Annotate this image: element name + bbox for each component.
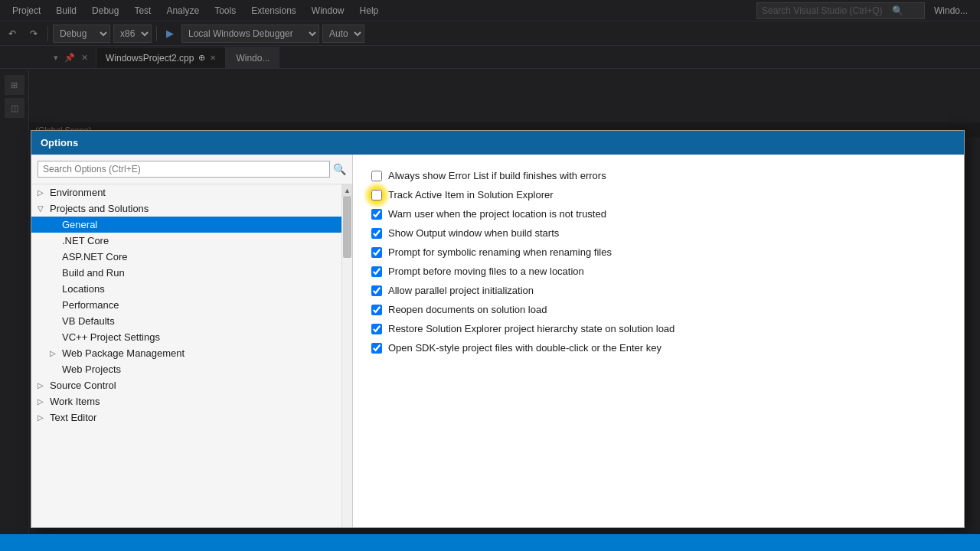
tree-item-web-projects[interactable]: Web Projects bbox=[31, 361, 341, 377]
tree-item-text-editor[interactable]: ▷ Text Editor bbox=[31, 409, 341, 425]
scroll-thumb[interactable] bbox=[343, 197, 351, 258]
dialog-body: 🔍 ▷ Environment ▽ Projects and Solutions bbox=[31, 155, 964, 527]
checkbox-row-1: Always show Error List if build finishes… bbox=[371, 170, 946, 181]
scroll-up-button[interactable]: ▲ bbox=[342, 184, 352, 197]
checkbox-label-restore-solution-explorer[interactable]: Restore Solution Explorer project hierar… bbox=[388, 323, 675, 334]
checkbox-prompt-before-moving[interactable] bbox=[371, 266, 382, 277]
tree-expand-icon: ▷ bbox=[38, 381, 50, 390]
tree-item-projects-and-solutions[interactable]: ▽ Projects and Solutions bbox=[31, 201, 341, 217]
tree-label: Build and Run bbox=[62, 267, 335, 279]
checkbox-row-8: Reopen documents on solution load bbox=[371, 304, 946, 315]
checkbox-warn-user[interactable] bbox=[371, 209, 382, 220]
dialog-title-bar: Options bbox=[31, 131, 964, 155]
tree-label: Locations bbox=[62, 283, 335, 295]
tree-panel[interactable]: ▷ Environment ▽ Projects and Solutions bbox=[31, 184, 341, 527]
tree-item-general[interactable]: General bbox=[31, 217, 341, 233]
checkbox-show-output-window[interactable] bbox=[371, 228, 382, 239]
checkbox-track-active-item[interactable] bbox=[371, 190, 382, 201]
search-options-input[interactable] bbox=[38, 161, 330, 178]
tree-expand-icon: ▷ bbox=[38, 413, 50, 422]
checkbox-label-allow-parallel[interactable]: Allow parallel project initialization bbox=[388, 285, 534, 296]
tree-expand-icon: ▷ bbox=[38, 397, 50, 406]
search-options-bar: 🔍 bbox=[31, 155, 352, 184]
left-panel: 🔍 ▷ Environment ▽ Projects and Solutions bbox=[31, 155, 353, 527]
tree-item-work-items[interactable]: ▷ Work Items bbox=[31, 393, 341, 409]
checkbox-prompt-symbolic-renaming[interactable] bbox=[371, 247, 382, 258]
tree-item-vb-defaults[interactable]: VB Defaults bbox=[31, 313, 341, 329]
checkbox-row-9: Restore Solution Explorer project hierar… bbox=[371, 323, 946, 334]
tree-label: Text Editor bbox=[50, 412, 335, 423]
checkbox-row-2: Track Active Item in Solution Explorer bbox=[371, 189, 946, 201]
tree-item-build-and-run[interactable]: Build and Run bbox=[31, 265, 341, 281]
tree-expand-icon: ▽ bbox=[38, 204, 50, 213]
tree-label: VC++ Project Settings bbox=[62, 331, 335, 343]
tree-item-environment[interactable]: ▷ Environment bbox=[31, 184, 341, 201]
tree-label: VB Defaults bbox=[62, 315, 335, 327]
tree-label: General bbox=[62, 219, 335, 230]
checkbox-always-show-error-list[interactable] bbox=[371, 171, 382, 181]
search-options-button[interactable]: 🔍 bbox=[333, 163, 346, 175]
checkbox-label-prompt-symbolic-renaming[interactable]: Prompt for symbolic renaming when renami… bbox=[388, 246, 612, 258]
checkbox-allow-parallel[interactable] bbox=[371, 285, 382, 296]
checkbox-row-10: Open SDK-style project files with double… bbox=[371, 342, 946, 354]
tree-expand-icon: ▷ bbox=[38, 188, 50, 197]
checkbox-row-5: Prompt for symbolic renaming when renami… bbox=[371, 246, 946, 258]
checkbox-restore-solution-explorer[interactable] bbox=[371, 324, 382, 334]
tree-scrollbar[interactable]: ▲ bbox=[341, 184, 352, 527]
tree-label: Work Items bbox=[50, 396, 335, 407]
tree-label: Projects and Solutions bbox=[50, 203, 335, 214]
tree-label: Source Control bbox=[50, 380, 335, 391]
tree-expand-icon: ▷ bbox=[50, 349, 62, 357]
dialog-title: Options bbox=[41, 137, 78, 148]
options-dialog: Options 🔍 ▷ Environment bbox=[31, 130, 965, 528]
checkbox-reopen-documents[interactable] bbox=[371, 305, 382, 315]
tree-label: ASP.NET Core bbox=[62, 251, 335, 262]
checkbox-label-warn-user[interactable]: Warn user when the project location is n… bbox=[388, 208, 606, 220]
right-panel: Always show Error List if build finishes… bbox=[353, 155, 964, 527]
checkbox-row-3: Warn user when the project location is n… bbox=[371, 208, 946, 220]
checkbox-label-track-active-item[interactable]: Track Active Item in Solution Explorer bbox=[388, 189, 554, 201]
tree-item-dotnet-core[interactable]: .NET Core bbox=[31, 233, 341, 249]
tree-label: Environment bbox=[50, 187, 335, 198]
checkbox-label-prompt-before-moving[interactable]: Prompt before moving files to a new loca… bbox=[388, 266, 584, 277]
tree-item-source-control[interactable]: ▷ Source Control bbox=[31, 377, 341, 393]
checkbox-label-show-output-window[interactable]: Show Output window when build starts bbox=[388, 227, 559, 239]
checkbox-label-reopen-documents[interactable]: Reopen documents on solution load bbox=[388, 304, 547, 315]
checkbox-open-sdk-style[interactable] bbox=[371, 343, 382, 354]
checkbox-row-7: Allow parallel project initialization bbox=[371, 285, 946, 296]
tree-label: .NET Core bbox=[62, 235, 335, 246]
tree-item-vcpp-project-settings[interactable]: VC++ Project Settings bbox=[31, 329, 341, 345]
tree-label: Performance bbox=[62, 299, 335, 311]
tree-item-performance[interactable]: Performance bbox=[31, 297, 341, 313]
checkbox-row-4: Show Output window when build starts bbox=[371, 227, 946, 239]
dialog-backdrop: Options 🔍 ▷ Environment bbox=[0, 0, 980, 551]
checkbox-label-open-sdk-style[interactable]: Open SDK-style project files with double… bbox=[388, 342, 662, 354]
tree-label: Web Package Management bbox=[62, 347, 335, 359]
tree-item-aspnet-core[interactable]: ASP.NET Core bbox=[31, 249, 341, 265]
status-bar bbox=[0, 534, 980, 551]
tree-label: Web Projects bbox=[62, 364, 335, 375]
checkbox-row-6: Prompt before moving files to a new loca… bbox=[371, 266, 946, 277]
checkbox-label-always-show-error-list[interactable]: Always show Error List if build finishes… bbox=[388, 170, 606, 181]
tree-item-locations[interactable]: Locations bbox=[31, 281, 341, 297]
tree-item-web-package-management[interactable]: ▷ Web Package Management bbox=[31, 345, 341, 361]
